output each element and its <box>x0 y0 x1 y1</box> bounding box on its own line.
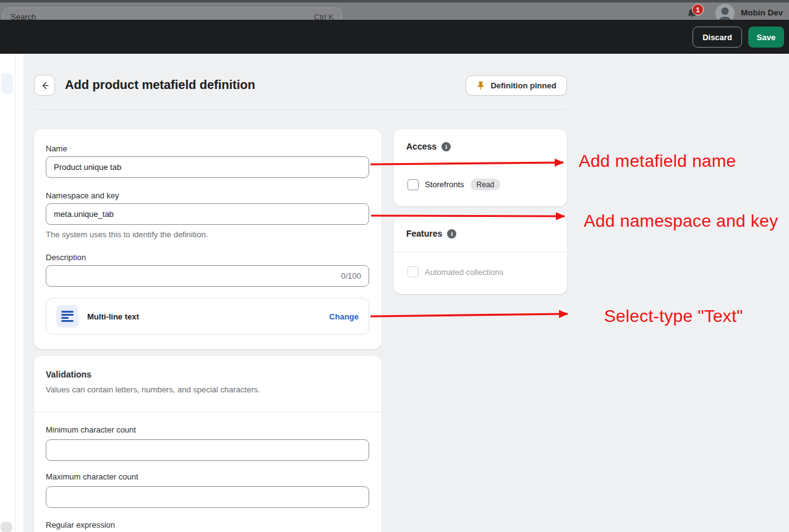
storefronts-checkbox[interactable] <box>407 179 419 190</box>
features-title: Features <box>406 229 442 239</box>
max-count-label: Maximum character count <box>46 472 139 481</box>
validations-subtitle: Values can contain letters, numbers, and… <box>46 385 260 394</box>
save-button[interactable]: Save <box>748 27 784 48</box>
back-button[interactable] <box>34 75 55 96</box>
browser-edge-strip <box>0 0 789 2</box>
access-info-icon[interactable]: i <box>441 142 451 151</box>
automated-collections-checkbox <box>407 266 419 277</box>
description-label: Description <box>46 253 86 262</box>
access-heading-row: Access i <box>406 141 451 151</box>
app-root: Search Ctrl K 1 Mobin Dev Discard Save <box>0 0 789 532</box>
definition-card: Name Namespace and key The system uses t… <box>34 129 382 349</box>
name-input[interactable] <box>46 156 369 178</box>
min-count-label: Minimum character count <box>46 425 136 434</box>
access-title: Access <box>406 141 437 151</box>
sidebar-remnant <box>0 54 23 532</box>
namespace-help-text: The system uses this to identify the def… <box>46 230 208 239</box>
description-input-field[interactable] <box>54 271 336 281</box>
max-count-input[interactable] <box>46 486 369 508</box>
definition-pinned-button[interactable]: Definition pinned <box>466 75 567 96</box>
annotation-namespace: Add namespace and key <box>584 211 778 231</box>
sidebar-bottom-widget <box>1 522 12 532</box>
notification-badge[interactable]: 1 <box>692 4 704 15</box>
access-card: Access i Storefronts Read <box>394 129 567 206</box>
user-name[interactable]: Mobin Dev <box>741 8 783 17</box>
features-divider <box>394 251 567 252</box>
arrow-type-selector <box>370 314 568 316</box>
page-title: Add product metafield definition <box>65 78 255 92</box>
discard-button[interactable]: Discard <box>693 27 742 48</box>
storefronts-row: Storefronts Read <box>407 179 500 190</box>
annotation-name: Add metafield name <box>579 151 736 171</box>
namespace-input[interactable] <box>46 203 369 225</box>
storefronts-label: Storefronts <box>425 180 464 189</box>
read-badge: Read <box>471 179 501 190</box>
automated-collections-label: Automated collections <box>425 268 503 277</box>
min-count-input[interactable] <box>46 439 369 461</box>
features-heading-row: Features i <box>406 229 456 239</box>
validations-card: Validations Values can contain letters, … <box>34 356 382 532</box>
features-card: Features i Automated collections <box>394 216 567 294</box>
sidebar-selected-item[interactable] <box>1 73 13 94</box>
change-type-link[interactable]: Change <box>329 312 359 321</box>
annotation-type: Select-type "Text" <box>604 306 743 326</box>
contextual-save-bar: Discard Save <box>0 20 789 54</box>
sidebar-scroll-edge <box>15 54 15 532</box>
arrow-left-icon <box>40 80 50 91</box>
multi-line-text-icon <box>56 305 79 327</box>
definition-pinned-label: Definition pinned <box>490 81 556 90</box>
access-divider <box>394 164 567 164</box>
name-label: Name <box>46 144 67 153</box>
top-bar: Search Ctrl K 1 Mobin Dev <box>0 0 789 20</box>
regex-label: Regular expression <box>46 520 115 530</box>
validations-title: Validations <box>46 369 92 379</box>
content-type-selector: Multi-line text Change <box>46 298 369 335</box>
description-input[interactable]: 0/100 <box>46 265 369 287</box>
pin-icon <box>476 81 485 90</box>
description-counter: 0/100 <box>341 271 361 281</box>
header-divider <box>34 109 567 110</box>
namespace-label: Namespace and key <box>46 191 119 200</box>
content-type-label: Multi-line text <box>87 312 320 321</box>
automated-collections-row: Automated collections <box>407 266 503 277</box>
validations-divider <box>34 412 382 412</box>
features-info-icon[interactable]: i <box>447 229 456 239</box>
